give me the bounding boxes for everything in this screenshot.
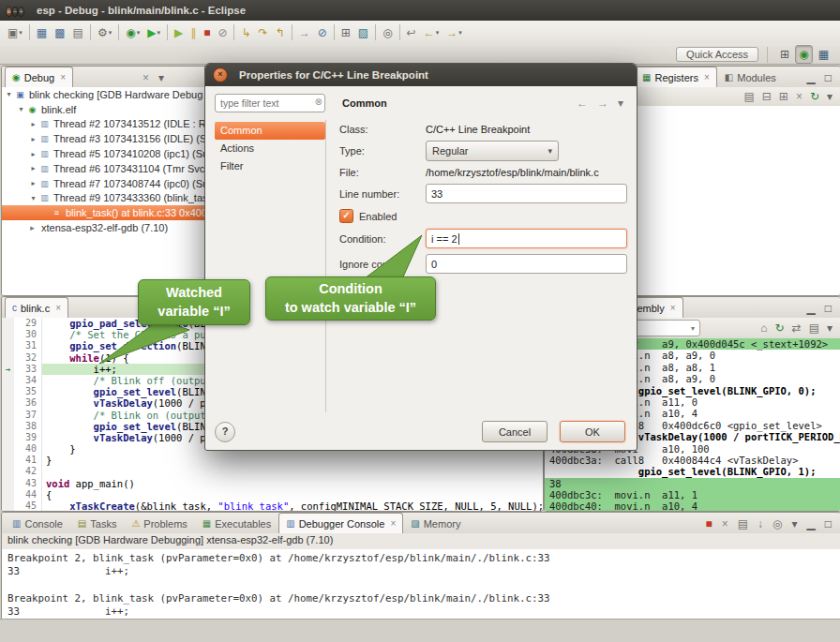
maximize-window-icon[interactable]: +	[18, 7, 24, 17]
refresh-icon[interactable]: ↻	[806, 87, 823, 106]
suspend-icon[interactable]: ∥	[187, 23, 200, 42]
back-icon[interactable]: ←▾	[420, 23, 443, 42]
line-number-input[interactable]: 33	[426, 184, 627, 203]
expander-icon[interactable]: ▸	[28, 179, 38, 187]
clear-console-icon[interactable]: ▤	[734, 515, 752, 533]
search-icon[interactable]: ◎	[379, 23, 396, 42]
dialog-nav-common[interactable]: Common	[215, 122, 325, 140]
close-tab-icon[interactable]: ×	[704, 72, 710, 82]
step-return-icon[interactable]: ↰	[272, 23, 289, 42]
terminate-icon[interactable]: ■	[200, 23, 214, 42]
tab-problems[interactable]: ⚠Problems	[124, 513, 194, 533]
enabled-checkbox[interactable]	[339, 209, 353, 223]
ignore-count-input[interactable]: 0	[426, 254, 627, 274]
maximize-view-icon[interactable]: □	[821, 515, 835, 533]
new-console-icon[interactable]: ⊞	[338, 23, 354, 42]
expander-icon[interactable]: ▾	[16, 105, 26, 113]
view-menu-icon[interactable]: ▾	[823, 319, 836, 337]
tab-executables[interactable]: ▦Executables	[195, 513, 278, 533]
view-menu-icon[interactable]: ▾	[823, 87, 836, 106]
layout-icon[interactable]: ▤	[740, 87, 758, 106]
close-tab-icon[interactable]: ×	[55, 303, 61, 313]
display-console-icon[interactable]: ▾	[788, 515, 801, 533]
step-over-icon[interactable]: ↷	[255, 23, 272, 42]
maximize-view-icon[interactable]: □	[821, 68, 835, 87]
view-menu-icon[interactable]: ▾	[155, 68, 168, 87]
build-icon[interactable]: ⚙▾	[94, 23, 115, 42]
tab-console[interactable]: ▥Console	[5, 513, 70, 533]
tab-tasks[interactable]: ▤Tasks	[70, 513, 125, 533]
tab-modules[interactable]: ◧Modules	[717, 67, 784, 87]
collapse-all-icon[interactable]: ⊟	[758, 87, 775, 106]
cancel-button[interactable]: Cancel	[482, 421, 548, 442]
step-into-icon[interactable]: ↳	[237, 23, 254, 42]
run-icon[interactable]: ▶▾	[143, 23, 164, 42]
close-window-icon[interactable]: ×	[6, 7, 12, 17]
sync-icon[interactable]: ⇄	[788, 319, 805, 337]
expander-icon[interactable]: ▾	[4, 90, 14, 98]
cpp-perspective-icon[interactable]: ▦	[815, 45, 832, 64]
type-dropdown[interactable]: Regular	[426, 141, 559, 161]
skip-breakpoints-icon[interactable]: ⊘	[314, 23, 331, 42]
tab-blink-c[interactable]: cblink.c×	[5, 297, 68, 318]
expander-icon[interactable]: ▸	[28, 164, 38, 172]
dialog-nav-actions[interactable]: Actions	[215, 140, 325, 157]
close-tab-icon[interactable]: ×	[60, 72, 66, 82]
remove-icon[interactable]: ×	[792, 87, 806, 106]
show-source-icon[interactable]: ▤	[805, 319, 823, 337]
tab-debug[interactable]: ◉Debug×	[5, 67, 73, 87]
resume-icon[interactable]: ▶	[171, 23, 187, 42]
open-perspective-icon[interactable]: ⊞	[776, 45, 793, 64]
last-edit-location-icon[interactable]: ↩	[403, 23, 420, 42]
close-tab-icon[interactable]: ×	[390, 518, 396, 529]
minimize-view-icon[interactable]: ▁	[803, 68, 819, 87]
instruction-stepping-icon[interactable]: →	[295, 23, 314, 42]
close-tab-icon[interactable]: ×	[670, 303, 676, 313]
debug-perspective-icon[interactable]: ◉	[795, 45, 812, 64]
expander-icon[interactable]: ▾	[28, 194, 38, 202]
ok-button[interactable]: OK	[560, 421, 625, 442]
gutter	[2, 397, 14, 409]
expand-all-icon[interactable]: ⊞	[775, 87, 792, 106]
thread-icon: ▥	[38, 179, 51, 188]
expander-icon[interactable]: ▸	[28, 120, 38, 128]
status-bar	[0, 619, 840, 642]
console-output[interactable]: Breakpoint 2, blink_task (pvParameter=0x…	[2, 549, 840, 620]
save-all-icon[interactable]: ▩	[51, 23, 68, 42]
stack-frame-icon: ≡	[51, 208, 63, 217]
scroll-lock-icon[interactable]: ↓	[754, 515, 767, 533]
maximize-view-icon[interactable]: □	[821, 299, 835, 318]
tab-debugger-console[interactable]: ▥Debugger Console×	[278, 513, 403, 533]
print-icon[interactable]: ▤	[69, 23, 87, 42]
refresh-icon[interactable]: ↻	[772, 319, 788, 337]
debug-icon[interactable]: ◉▾	[122, 23, 143, 42]
dialog-close-icon[interactable]: ×	[213, 67, 228, 82]
filter-input[interactable]	[215, 94, 325, 112]
back-icon[interactable]: ←	[573, 94, 592, 112]
disconnect-icon[interactable]: ⊘	[214, 23, 231, 42]
save-icon[interactable]: ▦	[33, 23, 51, 42]
help-button[interactable]: ?	[215, 422, 235, 442]
tab-memory[interactable]: ▨Memory	[403, 513, 468, 533]
remove-all-terminated-icon[interactable]: ×	[139, 68, 153, 87]
expander-icon[interactable]: ▸	[28, 135, 38, 143]
remove-launch-icon[interactable]: ×	[718, 515, 732, 533]
quick-access-button[interactable]: Quick Access	[676, 47, 758, 62]
expander-icon[interactable]: ▸	[28, 150, 38, 158]
condition-input[interactable]: i == 2	[426, 229, 627, 248]
dialog-buttons: ? Cancel OK	[215, 421, 625, 442]
registers-icon: ▦	[642, 72, 651, 82]
forward-icon[interactable]: →	[593, 94, 612, 112]
terminate-icon[interactable]: ■	[701, 515, 715, 533]
pin-console-icon[interactable]: ◎	[769, 515, 786, 533]
minimize-view-icon[interactable]: ▁	[803, 515, 819, 533]
clear-filter-icon[interactable]: ⊗	[315, 97, 322, 107]
dialog-nav-filter[interactable]: Filter	[215, 157, 325, 175]
minimize-view-icon[interactable]: ▁	[803, 299, 819, 318]
memory-icon[interactable]: ▨	[354, 23, 372, 42]
tab-registers[interactable]: ▦Registers×	[635, 67, 717, 87]
view-menu-icon[interactable]: ▾	[614, 94, 627, 112]
home-icon[interactable]: ⌂	[757, 319, 771, 337]
new-wizard-icon[interactable]: ▣▾	[4, 23, 26, 42]
forward-icon[interactable]: →▾	[442, 23, 466, 42]
